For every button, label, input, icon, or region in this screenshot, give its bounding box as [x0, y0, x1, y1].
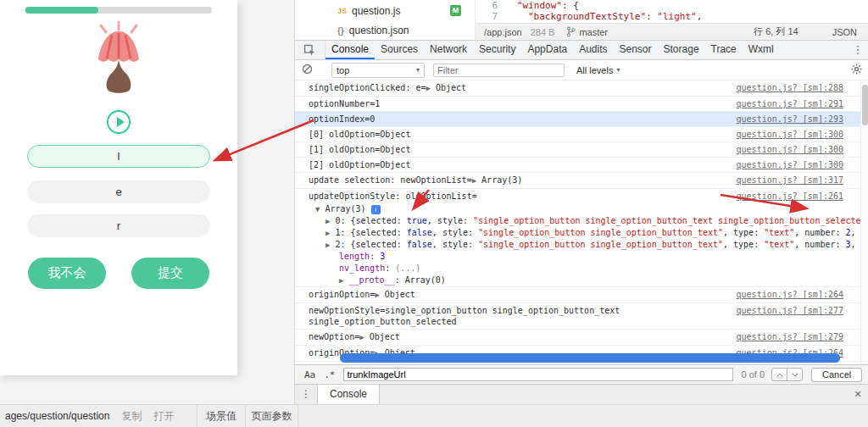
console-tree-row[interactable]: ▶ 0: {selected: true, style: "single_opt…: [295, 215, 868, 227]
status-branch[interactable]: master: [579, 27, 608, 37]
devtools-tab-wxml[interactable]: Wxml: [743, 41, 780, 59]
dont-know-button[interactable]: 我不会: [28, 258, 106, 289]
devtools-tab-storage[interactable]: Storage: [658, 41, 705, 59]
source-link[interactable]: question.js? [sm]:300: [737, 129, 843, 140]
file-row-question-json[interactable]: {} question.json: [295, 22, 475, 39]
devtools-tab-network[interactable]: Network: [424, 41, 473, 59]
source-link[interactable]: question.js? [sm]:264: [737, 289, 843, 301]
console-scrollbar[interactable]: [860, 80, 868, 364]
screen: ler 我不会 提交 JS question.js M {} question.…: [0, 0, 868, 427]
language-mode[interactable]: JSON: [832, 27, 857, 37]
open-link[interactable]: 打开: [153, 409, 174, 424]
level-filter-value: All levels: [576, 65, 613, 75]
option-button-r[interactable]: r: [27, 214, 210, 237]
console-log-row[interactable]: [2] oldOption=Objectquestion.js? [sm]:30…: [295, 158, 868, 173]
bottom-tab-scene-value[interactable]: 场景值: [197, 405, 246, 427]
json-file-icon: {}: [337, 26, 344, 36]
console-tree-row[interactable]: length: 3: [295, 251, 868, 263]
source-link[interactable]: question.js? [sm]:279: [737, 331, 843, 343]
console-log-row[interactable]: updateOptionStyle: oldOptionList=questio…: [295, 189, 868, 287]
log-message: updateOptionStyle: oldOptionList=: [309, 191, 730, 202]
devtools-tab-trace[interactable]: Trace: [705, 41, 743, 59]
log-message: optionNumber=1: [309, 98, 730, 109]
settings-gear-icon[interactable]: [851, 64, 862, 76]
chevron-down-icon: ▾: [616, 66, 620, 74]
devtools-tab-audits[interactable]: Audits: [573, 41, 613, 59]
console-tree-row[interactable]: ▼ Array(3) i: [295, 203, 868, 215]
console-tree-row[interactable]: nv_length: (...): [295, 263, 868, 274]
status-file: /app.json: [484, 27, 522, 37]
console-log-row[interactable]: update selection: newOptionList=▶ Array(…: [295, 173, 868, 189]
file-name: question.js: [352, 5, 400, 17]
console-tree-row[interactable]: ▶ 1: {selected: false, style: "single_op…: [295, 227, 868, 239]
search-next-button[interactable]: [787, 368, 803, 381]
source-link[interactable]: question.js? [sm]:300: [737, 144, 843, 155]
option-button-l[interactable]: l: [27, 145, 210, 168]
source-link[interactable]: question.js? [sm]:261: [737, 191, 843, 202]
cancel-button[interactable]: Cancel: [811, 368, 862, 382]
console-tree-row[interactable]: ▶ __proto__: Array(0): [295, 274, 868, 286]
file-name: question.json: [349, 25, 409, 36]
log-message: singleOptionClicked: e=▶ Object: [309, 82, 730, 94]
drawer-bar: ⋮ Console ×: [295, 384, 868, 404]
chevron-down-icon: ▾: [416, 66, 420, 74]
console-messages: singleOptionClicked: e=▶ Objectquestion.…: [295, 80, 868, 364]
code-editor[interactable]: 6 "window": { 7 "backgroundTextStyle": "…: [476, 0, 868, 23]
source-link[interactable]: question.js? [sm]:317: [737, 175, 843, 186]
cursor-position: 行 6, 列 14: [754, 25, 798, 38]
line-number: 6: [476, 0, 506, 11]
more-menu-icon[interactable]: ⋮: [847, 41, 868, 59]
console-log-row[interactable]: optionIndex=0question.js? [sm]:293: [295, 112, 868, 127]
play-audio-button[interactable]: [107, 110, 131, 134]
bottom-tab-page-params[interactable]: 页面参数: [246, 405, 298, 427]
level-filter[interactable]: All levels ▾: [576, 65, 620, 75]
console-log-row[interactable]: [0] oldOption=Objectquestion.js? [sm]:30…: [295, 127, 868, 142]
close-icon[interactable]: ×: [847, 385, 868, 404]
search-input[interactable]: [343, 368, 733, 381]
console-log-row[interactable]: newOptionStyle=single_option_button sing…: [295, 303, 868, 330]
log-message: newOption=▶ Object: [309, 331, 730, 343]
simulator-panel: ler 我不会 提交: [0, 0, 237, 375]
editor-status-bar: /app.json 284 B master 行 6, 列 14 JSON: [476, 23, 868, 40]
source-link[interactable]: question.js? [sm]:300: [737, 159, 843, 170]
source-link[interactable]: question.js? [sm]:293: [737, 114, 843, 125]
log-message: update selection: newOptionList=▶ Array(…: [309, 175, 730, 186]
console-log-row[interactable]: [1] oldOption=Objectquestion.js? [sm]:30…: [295, 142, 868, 158]
devtools-tab-sensor[interactable]: Sensor: [614, 41, 658, 59]
modified-badge: M: [450, 5, 461, 16]
context-selector[interactable]: top ▾: [331, 63, 425, 78]
match-case-toggle[interactable]: Aa: [300, 369, 320, 380]
clear-console-icon[interactable]: [302, 64, 313, 76]
filter-input[interactable]: [433, 64, 565, 77]
selected-row-partial: [340, 353, 840, 363]
search-prev-button[interactable]: [771, 368, 787, 381]
scrollbar-thumb[interactable]: [862, 85, 868, 125]
inspect-element-icon[interactable]: [295, 41, 326, 59]
devtools-tab-console[interactable]: Console: [326, 41, 375, 59]
console-log-row[interactable]: newOption=▶ Objectquestion.js? [sm]:279: [295, 330, 868, 346]
context-selector-value: top: [337, 65, 349, 75]
page-path: ages/question/question: [5, 410, 109, 422]
bottom-bar: ages/question/question 复制 打开 场景值 页面参数: [0, 404, 868, 427]
submit-button[interactable]: 提交: [131, 258, 209, 289]
devtools-tab-appdata[interactable]: AppData: [521, 41, 573, 59]
code-line: 7 "backgroundTextStyle": "light",: [476, 11, 868, 22]
js-file-icon: JS: [337, 7, 347, 15]
regex-toggle[interactable]: .*: [320, 369, 339, 380]
file-row-question-js[interactable]: JS question.js M: [295, 3, 475, 19]
source-link[interactable]: question.js? [sm]:277: [737, 305, 843, 327]
log-message: originOption=▶ Object: [309, 289, 730, 301]
drawer-tab-console[interactable]: Console: [317, 385, 380, 404]
copy-link[interactable]: 复制: [121, 409, 142, 424]
devtools-tabbar: ConsoleSourcesNetworkSecurityAppDataAudi…: [295, 40, 868, 60]
source-link[interactable]: question.js? [sm]:291: [737, 98, 843, 109]
console-log-row[interactable]: originOption=▶ Objectquestion.js? [sm]:2…: [295, 287, 868, 303]
devtools-tab-sources[interactable]: Sources: [375, 41, 424, 59]
drawer-more-icon[interactable]: ⋮: [295, 385, 317, 404]
console-log-row[interactable]: optionNumber=1question.js? [sm]:291: [295, 97, 868, 112]
option-button-e[interactable]: e: [27, 180, 210, 203]
source-link[interactable]: question.js? [sm]:288: [737, 82, 843, 94]
devtools-tab-security[interactable]: Security: [473, 41, 521, 59]
console-tree-row[interactable]: ▶ 2: {selected: false, style: "single_op…: [295, 239, 868, 251]
console-log-row[interactable]: singleOptionClicked: e=▶ Objectquestion.…: [295, 80, 868, 97]
